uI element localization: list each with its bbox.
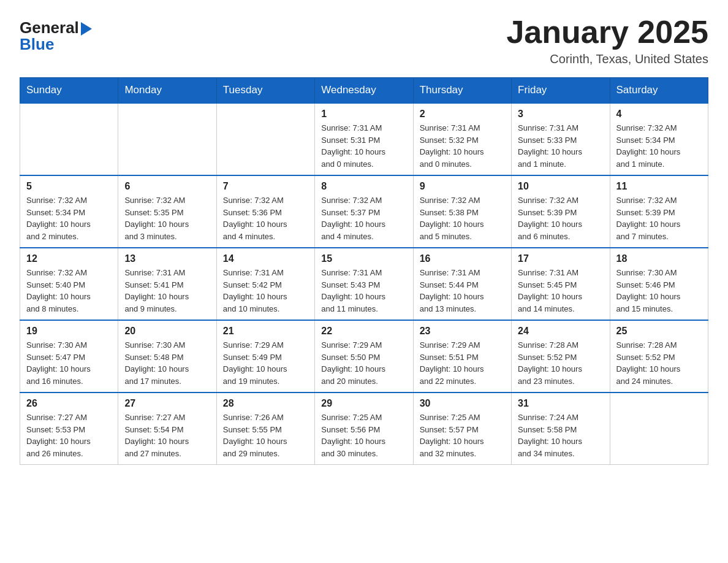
sunrise-info: Sunrise: 7:31 AM <box>518 267 603 279</box>
daylight-info-cont: and 15 minutes. <box>616 303 702 315</box>
calendar-cell: 18Sunrise: 7:30 AMSunset: 5:46 PMDayligh… <box>610 248 708 320</box>
sunrise-info: Sunrise: 7:26 AM <box>223 412 308 424</box>
day-number: 8 <box>321 181 406 192</box>
sunrise-info: Sunrise: 7:29 AM <box>223 339 308 351</box>
calendar-cell: 30Sunrise: 7:25 AMSunset: 5:57 PMDayligh… <box>413 393 511 465</box>
sunset-info: Sunset: 5:34 PM <box>26 207 112 219</box>
daylight-info-cont: and 14 minutes. <box>518 303 603 315</box>
day-number: 23 <box>420 326 505 337</box>
sunset-info: Sunset: 5:46 PM <box>616 279 702 291</box>
title-block: January 2025 Corinth, Texas, United Stat… <box>506 15 708 66</box>
daylight-info: Daylight: 10 hours <box>616 218 702 231</box>
calendar-cell: 19Sunrise: 7:30 AMSunset: 5:47 PMDayligh… <box>20 320 118 393</box>
calendar-cell: 15Sunrise: 7:31 AMSunset: 5:43 PMDayligh… <box>315 248 413 320</box>
sunrise-info: Sunrise: 7:31 AM <box>124 267 210 279</box>
daylight-info-cont: and 6 minutes. <box>518 231 603 243</box>
daylight-info: Daylight: 10 hours <box>124 435 210 448</box>
calendar-cell: 1Sunrise: 7:31 AMSunset: 5:31 PMDaylight… <box>315 103 413 175</box>
calendar-cell: 16Sunrise: 7:31 AMSunset: 5:44 PMDayligh… <box>413 248 511 320</box>
sunrise-info: Sunrise: 7:29 AM <box>321 339 406 351</box>
calendar-body: 1Sunrise: 7:31 AMSunset: 5:31 PMDaylight… <box>20 103 708 465</box>
day-number: 20 <box>124 326 210 337</box>
week-row-1: 1Sunrise: 7:31 AMSunset: 5:31 PMDaylight… <box>20 103 708 175</box>
daylight-info: Daylight: 10 hours <box>518 218 603 231</box>
sunset-info: Sunset: 5:33 PM <box>518 134 603 147</box>
sunrise-info: Sunrise: 7:31 AM <box>321 122 406 134</box>
day-number: 31 <box>518 398 603 409</box>
sunrise-info: Sunrise: 7:32 AM <box>26 267 112 279</box>
day-number: 9 <box>420 181 505 192</box>
sunset-info: Sunset: 5:52 PM <box>616 351 702 364</box>
daylight-info-cont: and 5 minutes. <box>420 231 505 243</box>
day-number: 7 <box>223 181 308 192</box>
day-header-thursday: Thursday <box>413 78 511 104</box>
day-number: 19 <box>26 326 112 337</box>
sunrise-info: Sunrise: 7:28 AM <box>616 339 702 351</box>
daylight-info-cont: and 2 minutes. <box>26 231 112 243</box>
daylight-info-cont: and 27 minutes. <box>124 448 210 460</box>
logo-blue-text: Blue <box>20 35 54 54</box>
calendar-cell: 26Sunrise: 7:27 AMSunset: 5:53 PMDayligh… <box>20 393 118 465</box>
calendar-cell: 14Sunrise: 7:31 AMSunset: 5:42 PMDayligh… <box>216 248 314 320</box>
daylight-info: Daylight: 10 hours <box>26 435 112 448</box>
daylight-info: Daylight: 10 hours <box>420 218 505 231</box>
sunset-info: Sunset: 5:34 PM <box>616 134 702 147</box>
day-header-tuesday: Tuesday <box>216 78 314 104</box>
sunrise-info: Sunrise: 7:31 AM <box>420 267 505 279</box>
daylight-info: Daylight: 10 hours <box>518 291 603 303</box>
logo-arrow-icon <box>81 22 92 36</box>
daylight-info: Daylight: 10 hours <box>124 363 210 375</box>
sunset-info: Sunset: 5:43 PM <box>321 279 406 291</box>
day-number: 17 <box>518 253 603 264</box>
sunrise-info: Sunrise: 7:30 AM <box>616 267 702 279</box>
sunset-info: Sunset: 5:50 PM <box>321 351 406 364</box>
sunset-info: Sunset: 5:47 PM <box>26 351 112 364</box>
sunset-info: Sunset: 5:45 PM <box>518 279 603 291</box>
sunrise-info: Sunrise: 7:30 AM <box>124 339 210 351</box>
day-number: 13 <box>124 253 210 264</box>
sunset-info: Sunset: 5:55 PM <box>223 424 308 436</box>
sunrise-info: Sunrise: 7:32 AM <box>321 194 406 207</box>
calendar-cell: 3Sunrise: 7:31 AMSunset: 5:33 PMDaylight… <box>512 103 610 175</box>
calendar-cell: 28Sunrise: 7:26 AMSunset: 5:55 PMDayligh… <box>216 393 314 465</box>
calendar-cell <box>216 103 314 175</box>
sunrise-info: Sunrise: 7:31 AM <box>321 267 406 279</box>
daylight-info-cont: and 32 minutes. <box>420 448 505 460</box>
daylight-info: Daylight: 10 hours <box>616 291 702 303</box>
sunrise-info: Sunrise: 7:29 AM <box>420 339 505 351</box>
daylight-info-cont: and 7 minutes. <box>616 231 702 243</box>
week-row-3: 12Sunrise: 7:32 AMSunset: 5:40 PMDayligh… <box>20 248 708 320</box>
day-number: 10 <box>518 181 603 192</box>
daylight-info: Daylight: 10 hours <box>223 218 308 231</box>
page-header: General Blue January 2025 Corinth, Texas… <box>20 15 708 66</box>
daylight-info-cont: and 19 minutes. <box>223 375 308 388</box>
day-number: 18 <box>616 253 702 264</box>
calendar-cell: 8Sunrise: 7:32 AMSunset: 5:37 PMDaylight… <box>315 175 413 248</box>
month-title: January 2025 <box>506 15 708 50</box>
daylight-info: Daylight: 10 hours <box>26 363 112 375</box>
daylight-info-cont: and 29 minutes. <box>223 448 308 460</box>
sunset-info: Sunset: 5:58 PM <box>518 424 603 436</box>
calendar-cell: 25Sunrise: 7:28 AMSunset: 5:52 PMDayligh… <box>610 320 708 393</box>
sunset-info: Sunset: 5:44 PM <box>420 279 505 291</box>
calendar-cell: 20Sunrise: 7:30 AMSunset: 5:48 PMDayligh… <box>118 320 216 393</box>
calendar-cell: 4Sunrise: 7:32 AMSunset: 5:34 PMDaylight… <box>610 103 708 175</box>
calendar-cell: 12Sunrise: 7:32 AMSunset: 5:40 PMDayligh… <box>20 248 118 320</box>
day-number: 28 <box>223 398 308 409</box>
sunrise-info: Sunrise: 7:28 AM <box>518 339 603 351</box>
day-header-sunday: Sunday <box>20 78 118 104</box>
sunrise-info: Sunrise: 7:32 AM <box>616 194 702 207</box>
daylight-info-cont: and 17 minutes. <box>124 375 210 388</box>
daylight-info-cont: and 10 minutes. <box>223 303 308 315</box>
daylight-info: Daylight: 10 hours <box>223 291 308 303</box>
day-number: 4 <box>616 109 702 120</box>
daylight-info: Daylight: 10 hours <box>420 363 505 375</box>
day-header-wednesday: Wednesday <box>315 78 413 104</box>
calendar-cell: 31Sunrise: 7:24 AMSunset: 5:58 PMDayligh… <box>512 393 610 465</box>
day-number: 3 <box>518 109 603 120</box>
daylight-info: Daylight: 10 hours <box>124 218 210 231</box>
daylight-info: Daylight: 10 hours <box>420 435 505 448</box>
daylight-info-cont: and 11 minutes. <box>321 303 406 315</box>
sunset-info: Sunset: 5:38 PM <box>420 207 505 219</box>
calendar-cell: 5Sunrise: 7:32 AMSunset: 5:34 PMDaylight… <box>20 175 118 248</box>
